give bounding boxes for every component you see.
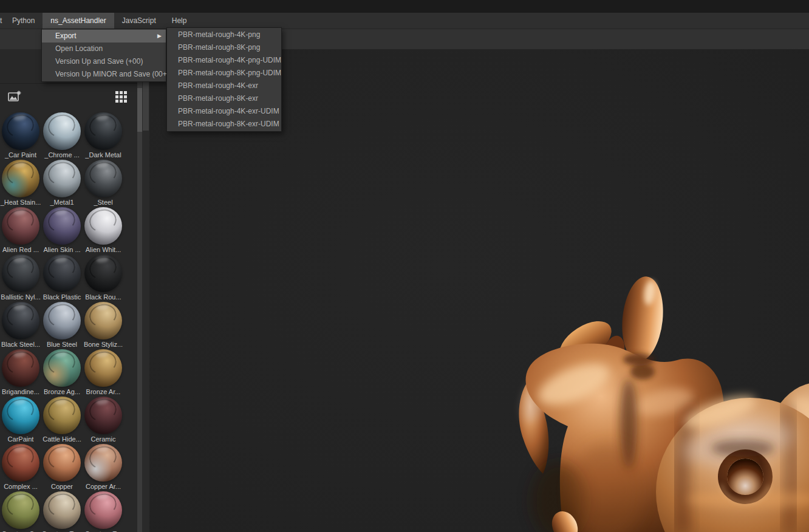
copper-creature-model <box>510 261 809 532</box>
material-label: Bronze Ar... <box>83 388 124 395</box>
menu-item-javascript[interactable]: JavaScript <box>114 13 164 29</box>
shelf-item-black-plastic[interactable]: Black Plastic <box>41 254 83 302</box>
submenu-item-pbr-metal-rough-8k-exr[interactable]: PBR-metal-rough-8K-exr <box>167 92 281 105</box>
shelf-item-creature-t[interactable]: Creature T... <box>83 491 124 532</box>
assethandler-menu: Export▶Open LocationVersion Up and Save … <box>41 29 166 82</box>
shelf-item-bone-styliz[interactable]: Bone Styliz... <box>83 302 124 349</box>
submenu-item-pbr-metal-rough-8k-png[interactable]: PBR-metal-rough-8K-png <box>167 41 281 54</box>
grid-view-icon[interactable] <box>114 89 128 104</box>
menu-item-export[interactable]: Export▶ <box>42 30 166 43</box>
menu-item-version-up-minor-and-save-00[interactable]: Version Up MINOR and Save (00+) <box>42 68 166 81</box>
material-label: Complex ... <box>0 483 41 490</box>
image-sparkle-icon[interactable] <box>7 89 22 104</box>
shelf-item-blue-steel[interactable]: Blue Steel <box>41 302 83 349</box>
material-label: Cattle Hide... <box>41 435 83 443</box>
material-label: _Metal1 <box>41 199 83 206</box>
material-label: Alien Red ... <box>0 246 41 253</box>
submenu-item-pbr-metal-rough-4k-png-udim[interactable]: PBR-metal-rough-4K-png-UDIM <box>167 54 281 67</box>
material-sphere[interactable] <box>84 444 122 482</box>
submenu-item-pbr-metal-rough-8k-exr-udim[interactable]: PBR-metal-rough-8K-exr-UDIM <box>167 118 281 131</box>
material-sphere[interactable] <box>2 302 39 339</box>
export-submenu: PBR-metal-rough-4K-pngPBR-metal-rough-8K… <box>166 27 282 132</box>
material-label: Ballistic Nyl... <box>0 293 41 301</box>
material-sphere[interactable] <box>84 207 122 245</box>
shelf-item-black-rou[interactable]: Black Rou... <box>83 254 124 302</box>
material-sphere[interactable] <box>84 254 122 292</box>
shelf-item-chrome[interactable]: _Chrome ... <box>41 112 83 160</box>
material-sphere[interactable] <box>84 397 122 434</box>
material-sphere[interactable] <box>84 160 122 197</box>
material-sphere[interactable] <box>84 491 122 529</box>
menu-item-help[interactable]: Help <box>164 13 195 29</box>
shelf-item-carpaint[interactable]: CarPaint <box>0 397 41 444</box>
material-label: Bronze Ag... <box>41 388 83 395</box>
shelf-item-heat-stain[interactable]: _Heat Stain... <box>0 160 41 207</box>
submenu-arrow-icon: ▶ <box>157 30 162 43</box>
material-label: _Steel <box>83 199 124 206</box>
submenu-item-pbr-metal-rough-4k-exr-udim[interactable]: PBR-metal-rough-4K-exr-UDIM <box>167 105 281 118</box>
material-sphere[interactable] <box>43 112 81 150</box>
menu-item-open-location[interactable]: Open Location <box>42 43 166 55</box>
material-sphere[interactable] <box>2 112 39 150</box>
material-sphere[interactable] <box>2 397 39 434</box>
submenu-item-pbr-metal-rough-4k-exr[interactable]: PBR-metal-rough-4K-exr <box>167 80 281 92</box>
material-label: Alien Whit... <box>83 246 124 253</box>
shelf-item-bronze-ag[interactable]: Bronze Ag... <box>41 349 83 397</box>
material-sphere[interactable] <box>2 349 39 387</box>
shelf-item-bronze-ar[interactable]: Bronze Ar... <box>83 349 124 397</box>
material-sphere[interactable] <box>43 302 81 339</box>
shelf-item-copper[interactable]: Copper <box>41 444 83 491</box>
material-label: Brigandine... <box>0 388 41 395</box>
shelf-item-complex[interactable]: Complex ... <box>0 444 41 491</box>
submenu-item-pbr-metal-rough-4k-png[interactable]: PBR-metal-rough-4K-png <box>167 29 281 41</box>
shelf-item-car-paint[interactable]: _Car Paint <box>0 112 41 160</box>
panel-splitter[interactable] <box>142 49 149 532</box>
menu-item-label: Open Location <box>55 44 103 53</box>
material-sphere[interactable] <box>43 349 81 387</box>
scrollbar-thumb[interactable] <box>137 88 142 132</box>
material-label: Copper <box>41 483 83 490</box>
material-sphere[interactable] <box>43 254 81 292</box>
shelf-item-ballistic-nyl[interactable]: Ballistic Nyl... <box>0 254 41 302</box>
menu-item-python[interactable]: Python <box>4 13 43 29</box>
material-sphere[interactable] <box>2 254 39 292</box>
material-sphere[interactable] <box>43 397 81 434</box>
menu-item-ns-assethandler[interactable]: ns_AssetHandler <box>43 13 114 29</box>
shelf-panel-header <box>0 83 142 109</box>
shelf-item-black-steel[interactable]: Black Steel... <box>0 302 41 349</box>
material-label: Copper Ar... <box>83 483 124 490</box>
shelf-item-creature-s[interactable]: Creature S... <box>0 491 41 532</box>
submenu-item-pbr-metal-rough-8k-png-udim[interactable]: PBR-metal-rough-8K-png-UDIM <box>167 67 281 80</box>
material-label: Blue Steel <box>41 341 83 348</box>
shelf-item-creature-te[interactable]: Creature Te... <box>41 491 83 532</box>
menu-item-clipped[interactable]: t <box>0 13 4 29</box>
material-sphere[interactable] <box>84 349 122 387</box>
shelf-item-copper-ar[interactable]: Copper Ar... <box>83 444 124 491</box>
shelf-item-brigandine[interactable]: Brigandine... <box>0 349 41 397</box>
shelf-scrollbar[interactable] <box>137 49 142 532</box>
material-sphere[interactable] <box>2 491 39 529</box>
material-sphere[interactable] <box>2 444 39 482</box>
shelf-item-alien-whit[interactable]: Alien Whit... <box>83 207 124 254</box>
shelf-panel: _Car Paint_Chrome ..._Dark Metal_Heat St… <box>0 49 142 532</box>
material-sphere[interactable] <box>2 160 39 197</box>
shelf-item-steel[interactable]: _Steel <box>83 160 124 207</box>
menu-item-version-up-and-save-00[interactable]: Version Up and Save (+00) <box>42 55 166 68</box>
material-sphere[interactable] <box>2 207 39 245</box>
shelf-item-cattle-hide[interactable]: Cattle Hide... <box>41 397 83 444</box>
menu-item-label: Export <box>55 32 77 40</box>
shelf-item-alien-skin[interactable]: Alien Skin ... <box>41 207 83 254</box>
material-label: _Chrome ... <box>41 151 83 159</box>
material-sphere[interactable] <box>43 444 81 482</box>
shelf-item-ceramic[interactable]: Ceramic <box>83 397 124 444</box>
material-sphere[interactable] <box>84 112 122 150</box>
shelf-item-alien-red[interactable]: Alien Red ... <box>0 207 41 254</box>
shelf-item-metal1[interactable]: _Metal1 <box>41 160 83 207</box>
material-sphere[interactable] <box>43 160 81 197</box>
shelf-item-dark-metal[interactable]: _Dark Metal <box>83 112 124 160</box>
assethandler-menu-items: Export▶Open LocationVersion Up and Save … <box>42 30 166 81</box>
material-sphere[interactable] <box>43 491 81 529</box>
title-strip <box>0 0 809 13</box>
material-sphere[interactable] <box>84 302 122 339</box>
material-sphere[interactable] <box>43 207 81 245</box>
